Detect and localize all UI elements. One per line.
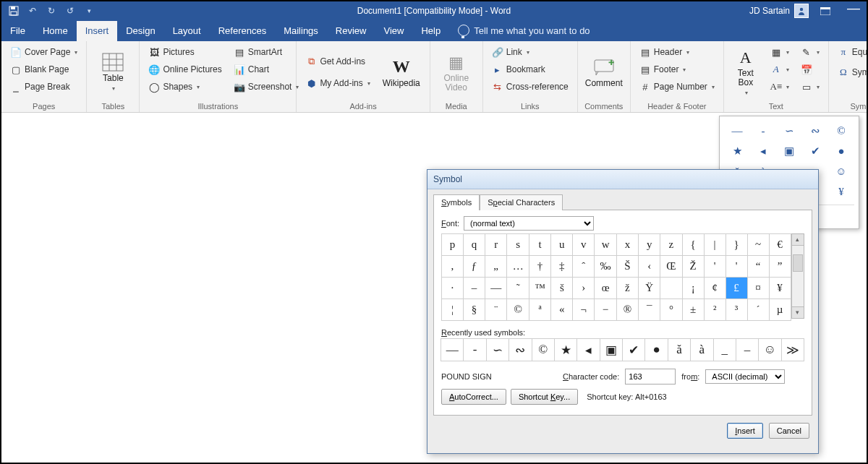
symbol-grid-cell[interactable]: q [463, 234, 485, 256]
drop-cap-button[interactable]: A≡▾ [767, 79, 792, 95]
symbol-button[interactable]: ΩSymbol▾ [835, 64, 868, 80]
symbol-grid-cell[interactable]: › [573, 278, 595, 299]
online-pictures-button[interactable]: 🌐Online Pictures [145, 61, 224, 77]
symbol-grid-cell[interactable]: u [551, 234, 573, 256]
symbol-grid-cell[interactable]: y [639, 234, 660, 256]
grid-scrollbar[interactable]: ▴ ▾ [791, 233, 804, 319]
symbol-grid-cell[interactable]: Œ [660, 256, 682, 278]
qat-customize-icon[interactable]: ▾ [81, 3, 97, 19]
recent-symbol-cell[interactable]: ≫ [781, 338, 804, 361]
symbol-grid-cell[interactable]: ƒ [463, 256, 485, 278]
undo-icon[interactable]: ↶ [25, 3, 41, 19]
symbol-dropdown-cell[interactable]: © [828, 121, 854, 141]
symbol-grid-cell[interactable]: ” [769, 256, 791, 278]
blank-page-button[interactable]: ▢Blank Page [7, 61, 80, 77]
symbol-grid-cell[interactable]: ¤ [747, 278, 769, 299]
scroll-thumb[interactable] [793, 254, 803, 272]
symbol-grid-cell[interactable]: … [507, 256, 529, 278]
tab-references[interactable]: References [210, 21, 275, 41]
symbol-grid-cell[interactable]: ¥ [769, 278, 791, 299]
tab-home[interactable]: Home [34, 21, 77, 41]
symbol-grid-cell[interactable]: ˜ [507, 278, 529, 299]
symbol-dropdown-cell[interactable]: ∾ [802, 121, 828, 141]
symbol-grid-cell[interactable]: ¯ [639, 299, 660, 321]
symbol-dropdown-cell[interactable]: ¥ [828, 181, 854, 202]
symbol-grid-cell[interactable]: { [682, 234, 704, 256]
symbol-grid-cell[interactable]: ž [616, 278, 638, 299]
cover-page-button[interactable]: 📄Cover Page▾ [7, 44, 80, 60]
symbol-grid-cell[interactable]: ¨ [485, 299, 507, 321]
symbol-grid-cell[interactable]: ª [529, 299, 550, 321]
tab-layout[interactable]: Layout [164, 21, 210, 41]
page-break-button[interactable]: ⎯Page Break [7, 79, 80, 95]
symbol-grid-cell[interactable]: | [704, 234, 726, 256]
symbol-grid-cell[interactable]: „ [485, 256, 507, 278]
symbol-dropdown-cell[interactable]: ◂ [750, 141, 776, 161]
symbol-grid-cell[interactable]: ~ [747, 234, 769, 256]
symbol-grid-cell[interactable]: p [442, 234, 464, 256]
symbol-grid-cell[interactable]: ¡ [682, 278, 704, 299]
symbol-dropdown-cell[interactable]: ☺ [828, 161, 854, 181]
symbol-dropdown-cell[interactable]: ● [828, 141, 854, 161]
save-icon[interactable] [6, 3, 22, 19]
recent-symbol-cell[interactable]: ☺ [758, 338, 781, 361]
get-addins-button[interactable]: ⧉Get Add-ins [302, 53, 373, 69]
recent-symbol-cell[interactable]: © [532, 338, 555, 361]
recent-symbol-cell[interactable]: - [463, 338, 486, 361]
recent-symbol-cell[interactable]: ∾ [509, 338, 532, 361]
signature-line-button[interactable]: ✎▾ [798, 44, 822, 60]
symbol-dropdown-cell[interactable]: ▣ [776, 141, 802, 161]
date-time-button[interactable]: 📅 [798, 61, 822, 77]
symbol-grid-cell[interactable]: ‹ [639, 256, 660, 278]
link-button[interactable]: 🔗Link▾ [489, 44, 571, 60]
symbol-grid-cell[interactable]: ˆ [573, 256, 595, 278]
symbol-grid-cell[interactable]: ™ [529, 278, 550, 299]
cross-reference-button[interactable]: ⇆Cross-reference [489, 79, 571, 95]
recent-symbol-cell[interactable]: — [441, 338, 464, 361]
symbol-grid-cell[interactable]: ‰ [595, 256, 617, 278]
recent-symbol-cell[interactable]: ● [644, 338, 668, 361]
tell-me-search[interactable]: Tell me what you want to do [449, 20, 598, 41]
pictures-button[interactable]: 🖼Pictures [145, 44, 224, 60]
symbol-dropdown-cell[interactable]: - [750, 121, 776, 141]
symbol-grid-cell[interactable]: š [551, 278, 573, 299]
insert-button[interactable]: Insert [727, 423, 763, 439]
comment-button[interactable]: ✚ Comment [584, 44, 624, 100]
symbol-dropdown-cell[interactable]: ∽ [776, 121, 802, 141]
symbol-grid-cell[interactable]: , [442, 256, 464, 278]
recent-symbol-cell[interactable]: ă [668, 338, 691, 361]
symbol-grid-cell[interactable] [660, 278, 682, 299]
user-avatar-icon[interactable] [794, 4, 809, 18]
symbol-grid-cell[interactable]: ‡ [551, 256, 573, 278]
my-addins-button[interactable]: ⬢My Add-ins▾ [302, 75, 373, 91]
symbol-grid-cell[interactable]: ± [682, 299, 704, 321]
font-select[interactable]: (normal text) [464, 216, 594, 231]
bookmark-button[interactable]: ▸Bookmark [489, 61, 571, 77]
symbol-dropdown-cell[interactable]: ✔ [802, 141, 828, 161]
autocorrect-button[interactable]: AutoCorrect... [441, 389, 506, 405]
shapes-button[interactable]: ◯Shapes▾ [145, 79, 224, 95]
cancel-button[interactable]: Cancel [769, 423, 809, 439]
wikipedia-button[interactable]: W Wikipedia [379, 44, 424, 100]
chart-button[interactable]: 📊Chart [231, 61, 302, 77]
recent-symbol-cell[interactable]: _ [713, 338, 736, 361]
repeat-icon[interactable]: ↺ [62, 3, 78, 19]
symbol-grid-cell[interactable]: Ž [682, 256, 704, 278]
symbol-grid-cell[interactable]: – [463, 278, 485, 299]
dialog-title[interactable]: Symbol [427, 170, 818, 189]
minimize-icon[interactable]: — [845, 1, 862, 16]
recent-symbol-cell[interactable]: ✔ [622, 338, 645, 361]
symbol-grid-cell[interactable]: v [573, 234, 595, 256]
recent-symbol-cell[interactable]: ★ [554, 338, 577, 361]
tab-insert[interactable]: Insert [77, 21, 118, 41]
tab-file[interactable]: File [1, 21, 34, 41]
symbol-grid-cell[interactable]: µ [769, 299, 791, 321]
symbol-grid-cell[interactable]: Š [616, 256, 638, 278]
symbol-grid-cell[interactable]: « [551, 299, 573, 321]
tab-help[interactable]: Help [412, 21, 449, 41]
page-number-button[interactable]: #Page Number▾ [637, 79, 718, 95]
symbol-grid-cell[interactable]: ³ [726, 299, 747, 321]
smartart-button[interactable]: ▤SmartArt [231, 44, 302, 60]
symbol-grid-cell[interactable]: t [529, 234, 550, 256]
symbol-grid-cell[interactable]: § [463, 299, 485, 321]
